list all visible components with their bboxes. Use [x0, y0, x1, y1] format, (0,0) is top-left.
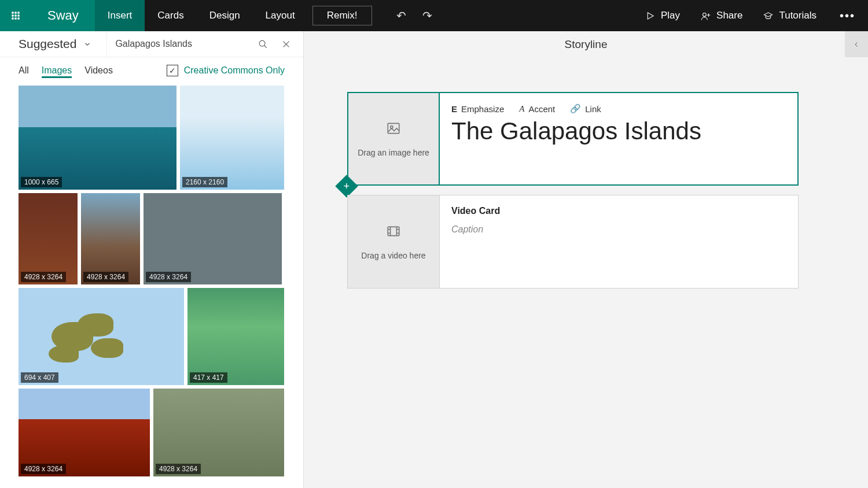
link-icon: 🔗: [570, 103, 581, 114]
svg-rect-7: [14, 17, 16, 19]
image-dimensions: 4928 x 3264: [83, 272, 128, 282]
filter-all[interactable]: All: [19, 63, 29, 78]
source-dropdown[interactable]: Suggested: [0, 37, 106, 51]
image-result[interactable]: 4928 x 3264: [81, 193, 140, 284]
svg-marker-9: [648, 12, 653, 19]
svg-rect-19: [388, 227, 399, 235]
image-result[interactable]: 417 x 417: [187, 288, 284, 385]
menu-insert[interactable]: Insert: [95, 0, 145, 31]
search-input[interactable]: [115, 39, 251, 49]
graduation-cap-icon: [763, 11, 773, 21]
svg-rect-4: [14, 14, 16, 16]
play-label: Play: [661, 10, 680, 21]
image-dimensions: 694 x 407: [21, 372, 58, 383]
svg-rect-8: [17, 17, 19, 19]
svg-line-14: [264, 45, 266, 47]
video-icon: [386, 224, 401, 243]
image-result[interactable]: 4928 x 3264: [19, 389, 150, 476]
image-result[interactable]: 4928 x 3264: [144, 193, 282, 284]
image-dimensions: 4928 x 3264: [146, 272, 191, 282]
tool-label: Link: [585, 104, 601, 114]
remix-button[interactable]: Remix!: [312, 6, 372, 25]
image-result[interactable]: 4928 x 3264: [19, 193, 78, 284]
video-card[interactable]: Drag a video here Video Card Caption: [347, 195, 799, 289]
storyline-panel: Storyline Drag an image here EEmphasize …: [304, 31, 868, 488]
storyline-header: Storyline: [304, 31, 868, 57]
tutorials-button[interactable]: Tutorials: [753, 10, 827, 21]
play-button[interactable]: Play: [635, 10, 690, 21]
accent-button[interactable]: AAccent: [519, 103, 555, 114]
image-dimensions: 2160 x 2160: [182, 177, 227, 187]
image-results-grid: 1000 x 665 2160 x 2160 4928 x 3264 4928 …: [0, 82, 303, 488]
cc-only-checkbox[interactable]: ✓: [167, 65, 178, 76]
image-result[interactable]: 1000 x 665: [19, 86, 176, 190]
play-icon: [645, 11, 655, 21]
app-name: Sway: [31, 0, 95, 31]
link-button[interactable]: 🔗Link: [570, 103, 601, 114]
video-card-heading: Video Card: [451, 206, 786, 216]
image-result[interactable]: 4928 x 3264: [153, 389, 284, 476]
svg-rect-5: [17, 14, 19, 16]
svg-point-10: [703, 13, 707, 16]
image-result[interactable]: 2160 x 2160: [180, 86, 284, 190]
image-dimensions: 4928 x 3264: [21, 464, 66, 474]
share-button[interactable]: Share: [690, 10, 753, 21]
collapse-panel-button[interactable]: [845, 31, 868, 57]
video-card-caption[interactable]: Caption: [451, 224, 786, 235]
image-result[interactable]: 694 x 407: [19, 288, 184, 385]
source-label: Suggested: [19, 37, 76, 51]
chevron-left-icon: [853, 40, 860, 49]
share-icon: [701, 11, 711, 21]
app-launcher-button[interactable]: [0, 0, 31, 31]
menu-layout[interactable]: Layout: [253, 0, 308, 31]
image-dimensions: 4928 x 3264: [156, 464, 201, 474]
search-button[interactable]: [251, 39, 274, 49]
title-card-title[interactable]: The Galapagos Islands: [451, 117, 786, 145]
undo-button[interactable]: ↶: [388, 9, 414, 23]
image-dimensions: 417 x 417: [190, 372, 227, 383]
svg-rect-1: [14, 12, 16, 13]
video-drop-zone[interactable]: Drag a video here: [347, 195, 440, 289]
top-app-bar: Sway Insert Cards Design Layout Remix! ↶…: [0, 0, 868, 31]
close-icon: [281, 39, 291, 49]
clear-search-button[interactable]: [274, 39, 297, 49]
drop-text: Drag a video here: [361, 251, 425, 260]
insert-panel: Suggested All Images Videos ✓ Creative C…: [0, 31, 304, 488]
filter-images[interactable]: Images: [42, 63, 72, 78]
filter-videos[interactable]: Videos: [84, 63, 113, 78]
svg-rect-2: [17, 12, 19, 13]
svg-point-13: [259, 40, 265, 46]
image-icon: [386, 121, 401, 140]
drop-text: Drag an image here: [358, 148, 429, 157]
more-button[interactable]: •••: [827, 9, 868, 23]
svg-rect-6: [12, 17, 13, 19]
emphasize-button[interactable]: EEmphasize: [451, 103, 504, 114]
title-card[interactable]: Drag an image here EEmphasize AAccent 🔗L…: [347, 92, 799, 186]
chevron-down-icon: [83, 38, 91, 50]
cc-only-label: Creative Commons Only: [184, 65, 285, 76]
image-drop-zone[interactable]: Drag an image here: [347, 92, 440, 186]
image-dimensions: 1000 x 665: [21, 177, 62, 187]
search-icon: [258, 39, 268, 49]
menu-design[interactable]: Design: [197, 0, 253, 31]
menu-cards[interactable]: Cards: [145, 0, 196, 31]
redo-button[interactable]: ↷: [414, 9, 440, 23]
plus-icon: +: [344, 180, 350, 192]
tool-label: Accent: [528, 104, 555, 114]
tool-label: Emphasize: [461, 104, 504, 114]
image-dimensions: 4928 x 3264: [21, 272, 66, 282]
svg-rect-3: [12, 14, 13, 16]
waffle-icon: [11, 11, 20, 20]
svg-rect-17: [388, 123, 399, 133]
tutorials-label: Tutorials: [779, 10, 816, 21]
share-label: Share: [716, 10, 742, 21]
svg-rect-0: [12, 12, 13, 13]
